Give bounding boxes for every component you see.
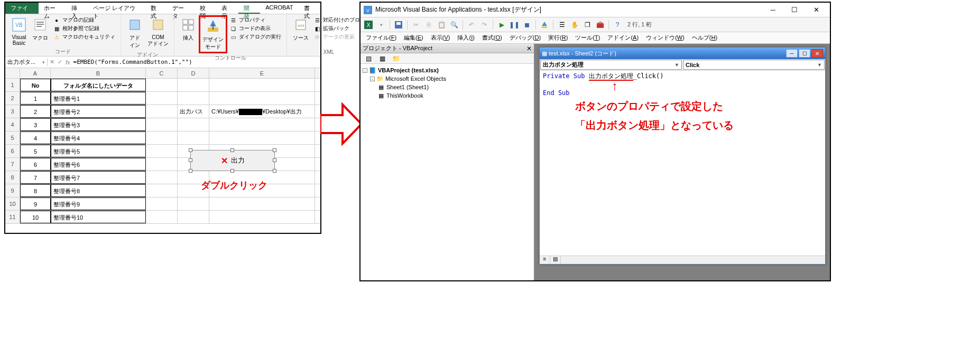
tb-designmode-button[interactable] [539, 19, 550, 31]
com-addins-button[interactable]: COM アドイン [145, 15, 171, 49]
embedded-command-button[interactable]: ✕ 出力 [190, 150, 275, 171]
insert-control-button[interactable]: 挿入 [178, 15, 199, 43]
cell[interactable] [178, 79, 209, 91]
tree-toggle-icon[interactable]: - [363, 68, 367, 73]
namebox-dropdown-icon[interactable]: ▾ [42, 60, 45, 65]
window-minimize-button[interactable]: ─ [762, 4, 783, 16]
col-header-c[interactable]: C [146, 68, 178, 78]
code-close-button[interactable]: ✕ [811, 49, 823, 58]
name-box[interactable]: 出力ボタ...▾ [5, 58, 48, 66]
tab-view[interactable]: 表示 [216, 3, 238, 14]
tab-developer[interactable]: 開発 [238, 3, 260, 14]
procedure-view-button[interactable]: ≡ [540, 256, 550, 264]
tree-toggle-icon[interactable]: - [370, 77, 375, 81]
cell-no[interactable]: 2 [20, 105, 51, 118]
cell-no[interactable]: 6 [20, 158, 51, 171]
tb-insert-dropdown[interactable]: ▾ [375, 19, 387, 31]
code-minimize-button[interactable]: ─ [786, 49, 798, 58]
cell[interactable] [146, 105, 178, 118]
menu-h[interactable]: ヘルプ(H) [689, 33, 720, 43]
tab-format[interactable]: 書式 [299, 3, 320, 14]
cell-folder[interactable]: 整理番号5 [51, 145, 146, 157]
view-object-toolbtn[interactable]: ▦ [376, 53, 388, 64]
cell-folder[interactable]: 整理番号8 [51, 184, 146, 197]
row-header[interactable]: 11 [5, 211, 20, 223]
row-header[interactable]: 7 [5, 158, 20, 171]
cell[interactable] [146, 158, 178, 171]
menu-f[interactable]: ファイル(F) [363, 33, 400, 43]
cell-folder[interactable]: 整理番号9 [51, 197, 146, 210]
cancel-formula-icon[interactable]: ✕ [50, 59, 54, 65]
cell-pathlabel[interactable] [178, 131, 209, 144]
full-module-view-button[interactable]: ▤ [550, 256, 561, 264]
fx-icon[interactable]: fx [66, 59, 70, 65]
tb-break-button[interactable]: ❚❚ [509, 19, 520, 31]
col-header-a[interactable]: A [20, 68, 51, 78]
cell-path[interactable] [209, 197, 315, 210]
window-close-button[interactable]: ✕ [806, 4, 827, 16]
cell-path[interactable]: C:¥Users¥¥Desktop¥出力 [209, 105, 315, 118]
row-header[interactable]: 4 [5, 118, 20, 131]
tab-data[interactable]: データ [167, 3, 195, 14]
cell[interactable] [146, 92, 178, 105]
row-header[interactable]: 1 [5, 79, 20, 91]
tb-reset-button[interactable]: ◼ [521, 19, 533, 31]
tab-insert[interactable]: 挿入 [66, 3, 88, 14]
tab-formulas[interactable]: 数式 [145, 3, 167, 14]
tb-properties-button[interactable]: ✋ [569, 19, 580, 31]
cell-folder[interactable]: 整理番号2 [51, 105, 146, 118]
cell-folder[interactable]: 整理番号3 [51, 118, 146, 131]
cell-no[interactable]: 5 [20, 145, 51, 157]
cell-no[interactable]: 7 [20, 171, 51, 184]
tb-find-button[interactable]: 🔍 [448, 19, 460, 31]
map-props-button[interactable]: ☰対応付けのプロパ [313, 16, 365, 24]
relative-ref-button[interactable]: ▦相対参照で記録 [53, 25, 115, 32]
cell-header-folder[interactable]: フォルダ名にしたいデータ [51, 79, 146, 91]
row-header[interactable]: 8 [5, 171, 20, 184]
tb-toolbox-button[interactable]: 🧰 [594, 19, 606, 31]
cell-folder[interactable]: 整理番号4 [51, 131, 146, 144]
tab-file[interactable]: ファイル [5, 3, 39, 14]
menu-v[interactable]: 表示(V) [428, 33, 454, 43]
macro-security-button[interactable]: ⚠マクロのセキュリティ [53, 33, 115, 41]
tb-copy-button[interactable]: ⎘ [423, 19, 434, 31]
menu-o[interactable]: 書式(O) [479, 33, 505, 43]
cell-folder[interactable]: 整理番号6 [51, 158, 146, 171]
cell-path[interactable] [209, 118, 315, 131]
tab-review[interactable]: 校閲 [195, 3, 216, 14]
col-header-b[interactable]: B [51, 68, 146, 78]
formula-input[interactable]: =EMBED("Forms.CommandButton.1","") [73, 59, 192, 65]
worksheet-grid[interactable]: A B C D E 1 No フォルダ名にしたいデータ 2 1 整理番号1 3 … [5, 68, 320, 224]
cell-no[interactable]: 10 [20, 211, 51, 223]
expansion-pack-button[interactable]: ◧拡張パック [313, 25, 365, 32]
cell-no[interactable]: 3 [20, 118, 51, 131]
tab-acrobat[interactable]: ACROBAT [260, 3, 298, 14]
cell-pathlabel[interactable] [178, 211, 209, 223]
tb-help-button[interactable]: ? [612, 19, 623, 31]
cell[interactable] [146, 79, 178, 91]
cell[interactable] [146, 197, 178, 210]
code-maximize-button[interactable]: ☐ [799, 49, 810, 58]
cell-path[interactable] [209, 92, 315, 105]
object-dropdown[interactable]: 出力ボタン処理▼ [540, 60, 682, 70]
row-header[interactable]: 2 [5, 92, 20, 105]
refresh-data-button[interactable]: ⟳データの更新 [313, 33, 365, 41]
properties-button[interactable]: ☰プロパティ [229, 16, 281, 24]
code-editor[interactable]: Private Sub 出力ボタン処理_Click() End Sub [540, 71, 825, 256]
tb-save-button[interactable] [393, 19, 404, 31]
cell-pathlabel[interactable] [178, 92, 209, 105]
design-mode-button[interactable]: デザイン モード [199, 15, 227, 53]
record-macro-button[interactable]: ●マクロの記録 [53, 16, 115, 24]
cell-path[interactable] [209, 211, 315, 223]
tb-cut-button[interactable]: ✂ [410, 19, 422, 31]
window-maximize-button[interactable]: ☐ [784, 4, 805, 16]
row-header[interactable]: 10 [5, 197, 20, 210]
cell-no[interactable]: 8 [20, 184, 51, 197]
project-tree[interactable]: -📘VBAProject (test.xlsx) -📁Microsoft Exc… [360, 64, 534, 102]
cell-header-no[interactable]: No [20, 79, 51, 91]
cell-folder[interactable]: 整理番号10 [51, 211, 146, 223]
row-header[interactable]: 9 [5, 184, 20, 197]
tree-node-thisworkbook[interactable]: ▦ThisWorkbook [363, 91, 532, 100]
row-header[interactable]: 5 [5, 131, 20, 144]
run-dialog-button[interactable]: ▭ダイアログの実行 [229, 33, 281, 41]
